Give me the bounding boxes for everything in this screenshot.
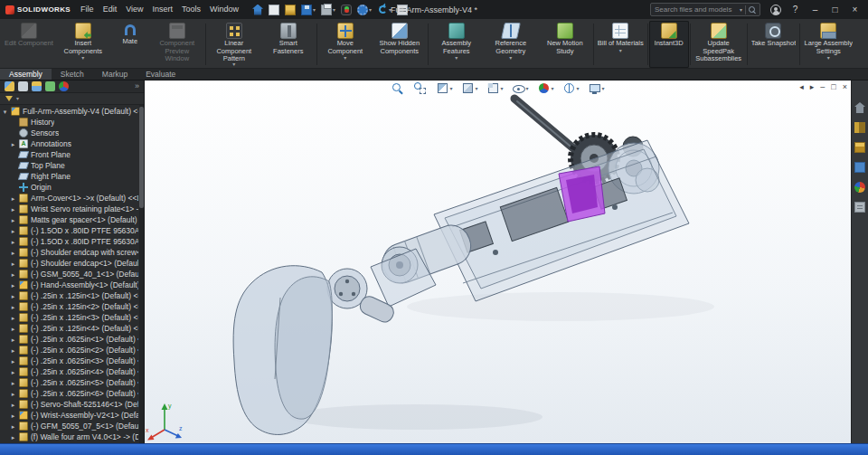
account-button[interactable] [766, 0, 785, 19]
restore-button[interactable]: □ [826, 0, 844, 19]
save-button[interactable]: ▾ [299, 4, 317, 16]
tree-item[interactable]: ▸ (-) .25in x .0625in<3> (Default) <<Def… [2, 355, 138, 366]
tree-expander-icon[interactable]: ▸ [10, 217, 16, 223]
taskpane-home-icon[interactable] [854, 102, 865, 113]
print-button[interactable]: ▾ [319, 4, 337, 16]
tree-item[interactable]: ▸ (f) Walle four arm V4.0<1> -> (Default… [2, 431, 138, 442]
tab-markup[interactable]: Markup [93, 69, 137, 80]
tree-expander-icon[interactable]: ▸ [10, 326, 16, 332]
tree-item[interactable]: History [2, 117, 138, 128]
tree-expander-icon[interactable]: ▸ [10, 141, 16, 147]
design-library-icon[interactable] [854, 122, 865, 133]
menu-item[interactable]: View [121, 0, 147, 19]
appearances-icon[interactable] [854, 182, 865, 193]
tree-expander-icon[interactable]: ▸ [10, 337, 16, 343]
displaymanager-tab-icon[interactable] [59, 81, 69, 91]
filter-caret-icon[interactable]: ▾ [16, 96, 19, 101]
file-properties-button[interactable] [395, 4, 410, 16]
tree-expander-icon[interactable]: ▸ [10, 423, 16, 430]
search-scope-caret-icon[interactable]: ▾ [740, 7, 742, 13]
tree-expander-icon[interactable]: ▸ [10, 315, 16, 321]
search-box[interactable]: Search files and models ▾ [650, 3, 760, 16]
bill-of-materials-button[interactable]: Bill of Materials▾ [595, 21, 646, 68]
doc-minimize-button[interactable]: – [820, 82, 825, 91]
tree-item[interactable]: ▸ (-) Hand-Assembly<1> (Default) <Displa… [2, 280, 138, 290]
tree-item[interactable]: ▸ (-) Wrist-Assembly-V2<1> (Default) <Di… [2, 410, 138, 421]
view-settings-button[interactable]: ▾ [588, 81, 606, 95]
show-hidden-components-button[interactable]: Show Hidden Components [373, 21, 427, 68]
undo-button[interactable]: ▾ [375, 4, 393, 16]
menu-item[interactable]: Window [205, 0, 243, 19]
take-snapshot-button[interactable]: Take Snapshot [749, 21, 799, 68]
tree-item[interactable]: ▸ (-) GSM_5055_40_1<1> (Default) <<Defau… [2, 269, 138, 280]
tree-expander-icon[interactable]: ▸ [10, 228, 16, 234]
tree-expander-icon[interactable]: ▸ [10, 195, 16, 202]
update-speedpak-subassemblies-button[interactable]: Update SpeedPak Subassemblies [692, 21, 746, 68]
custom-properties-icon[interactable] [854, 202, 865, 213]
tree-item[interactable]: ▸ (-) .25in x .125in<4> (Default) <<Defa… [2, 323, 138, 334]
tree-expander-icon[interactable]: ▾ [2, 109, 8, 115]
reference-geometry-button[interactable]: Reference Geometry▾ [484, 21, 538, 68]
configurationmanager-tab-icon[interactable] [32, 81, 42, 91]
propertymanager-tab-icon[interactable] [18, 81, 28, 91]
tree-expander-icon[interactable]: ▸ [10, 347, 16, 354]
search-icon[interactable] [749, 6, 756, 14]
tree-item[interactable]: Sensors [2, 128, 138, 138]
menu-item[interactable]: File [76, 0, 99, 19]
file-explorer-icon[interactable] [854, 142, 865, 153]
large-assembly-settings-button[interactable]: Large Assembly Settings▾ [801, 21, 855, 68]
zoom-to-area-button[interactable] [412, 81, 428, 95]
menu-item[interactable]: Insert [148, 0, 178, 19]
home-button[interactable] [250, 4, 265, 16]
instant3d-button[interactable]: Instant3D [649, 21, 689, 68]
close-button[interactable]: × [845, 0, 864, 19]
tree-item[interactable]: ▸ (-) 1.5OD x .80ID PTFE 95630A254_PTFE … [2, 236, 138, 247]
tree-item[interactable]: ▸ Annotations [2, 138, 138, 149]
tree-item[interactable]: ▸ (-) .25in x .0625in<4> (Default) <<Def… [2, 366, 138, 377]
tree-item[interactable]: ▸ (-) Shoulder endcap<1> (Default) <<Def… [2, 258, 138, 269]
tab-assembly[interactable]: Assembly [0, 69, 52, 80]
doc-close-button[interactable]: × [843, 82, 847, 91]
tree-item[interactable]: ▸ (-) .25in x .0625in<5> (Default) <<Def… [2, 377, 138, 388]
tab-sketch[interactable]: Sketch [52, 69, 93, 80]
open-file-button[interactable] [283, 4, 297, 16]
tree-expander-icon[interactable]: ▸ [10, 271, 16, 278]
tree-expander-icon[interactable]: ▸ [10, 391, 16, 397]
doc-restore-button[interactable]: □ [831, 82, 835, 91]
tree-item[interactable]: ▸ (-) .25in x .0625in<1> (Default) <<Def… [2, 334, 138, 345]
new-document-button[interactable] [267, 4, 281, 16]
smart-fasteners-button[interactable]: Smart Fasteners [261, 21, 316, 68]
tree-item[interactable]: ▸ (-) .25in x .0625in<2> (Default) <<Def… [2, 345, 138, 355]
tree-expander-icon[interactable]: ▸ [10, 293, 16, 299]
previous-document-button[interactable]: ◂ [799, 82, 804, 91]
panel-expand-icon[interactable]: » [135, 82, 139, 90]
tree-item[interactable]: ▸ (-) .25in x .125in<2> (Default) <<Defa… [2, 301, 138, 312]
tab-evaluate[interactable]: Evaluate [137, 69, 184, 80]
tree-expander-icon[interactable]: ▸ [10, 380, 16, 386]
tree-item[interactable]: ▸ (-) Servo-Shaft-525146<1> (Default) <<… [2, 399, 138, 410]
menu-item[interactable]: Edit [99, 0, 122, 19]
tree-item[interactable]: ▸ Wrist Servo retaining plate<1> -> (Def… [2, 204, 138, 214]
tree-item[interactable]: Origin [2, 182, 138, 193]
tree-scrollbar-thumb[interactable] [139, 107, 144, 208]
tree-item[interactable]: ▸ (-) Shoulder endcap with screw<1> (Def… [2, 247, 138, 258]
menu-item[interactable]: Tools [177, 0, 205, 19]
robot-arm-model[interactable]: y x z [145, 81, 851, 443]
tree-expander-icon[interactable]: ▸ [10, 369, 16, 375]
zoom-to-fit-button[interactable] [390, 81, 405, 95]
tree-expander-icon[interactable]: ▸ [10, 282, 16, 289]
new-motion-study-button[interactable]: New Motion Study [538, 21, 592, 68]
view-palette-icon[interactable] [854, 162, 865, 173]
tree-expander-icon[interactable]: ▸ [10, 412, 16, 419]
tree-item[interactable]: Front Plane [2, 149, 138, 160]
next-document-button[interactable]: ▸ [810, 82, 815, 91]
mate-button[interactable]: Mate [110, 21, 150, 68]
help-button[interactable]: ? [786, 0, 805, 19]
tree-item[interactable]: ▸ Arm-Cover<1> ->x (Default) <<Default>_… [2, 193, 138, 204]
filter-icon[interactable] [5, 96, 13, 101]
tree-expander-icon[interactable]: ▸ [10, 239, 16, 245]
dimxpert-tab-icon[interactable] [45, 81, 55, 91]
tree-expander-icon[interactable]: ▸ [10, 261, 16, 267]
tree-item[interactable]: ▸ (-) .25in x .0625in<6> (Default) <<Def… [2, 388, 138, 399]
tree-scrollbar[interactable] [139, 105, 144, 443]
